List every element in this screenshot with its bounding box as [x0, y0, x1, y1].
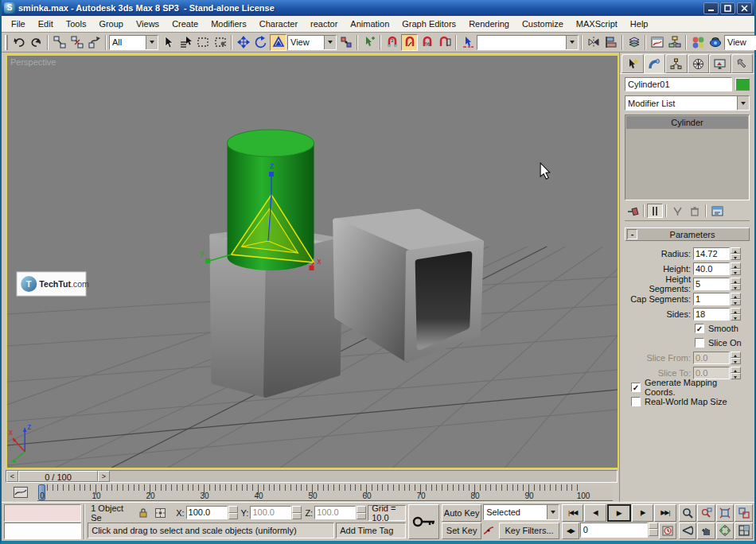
named-selection-sets-dropdown[interactable] [477, 35, 579, 50]
tab-utilities[interactable] [731, 54, 754, 73]
axis-value-y[interactable]: 100.0 [250, 506, 291, 519]
mirror-icon[interactable] [585, 34, 602, 51]
schematic-view-icon[interactable] [666, 34, 683, 51]
frame-spinner[interactable] [649, 523, 658, 536]
select-and-scale-icon[interactable] [270, 34, 286, 51]
previous-frame-arrow[interactable]: < [6, 471, 18, 482]
time-configuration-icon[interactable] [659, 523, 676, 540]
go-to-start-icon[interactable]: |◀◀ [562, 504, 584, 522]
add-time-tag[interactable]: Add Time Tag [336, 523, 406, 538]
angle-snap-icon[interactable] [401, 34, 418, 51]
previous-frame-icon[interactable]: ◀| [584, 504, 606, 522]
axis-value-z[interactable]: 100.0 [314, 506, 356, 519]
tab-create[interactable] [622, 54, 644, 73]
layer-manager-icon[interactable] [625, 34, 642, 51]
selected-keyset-dropdown[interactable]: Selected [483, 504, 559, 520]
selection-lock-icon[interactable] [138, 505, 153, 521]
param-value-field[interactable]: 18 [693, 308, 730, 321]
param-spinner[interactable] [731, 293, 741, 305]
go-to-end-icon[interactable]: ▶▶| [654, 504, 676, 522]
menu-item-maxscript[interactable]: MAXScript [570, 17, 624, 30]
edit-named-selection-sets-icon[interactable] [459, 34, 476, 51]
spinner-snap-icon[interactable] [436, 34, 453, 51]
menu-item-edit[interactable]: Edit [32, 17, 60, 30]
tube-object[interactable] [336, 212, 481, 359]
object-color-swatch[interactable] [735, 78, 750, 91]
rectangular-selection-region-icon[interactable] [194, 34, 211, 51]
minimize-button[interactable] [703, 2, 719, 14]
absolute-mode-transform-icon[interactable] [154, 505, 172, 521]
close-button[interactable] [737, 2, 752, 14]
menu-item-group[interactable]: Group [92, 17, 130, 30]
select-and-manipulate-icon[interactable] [360, 34, 377, 51]
track-bar[interactable]: 0102030405060708090100 [6, 484, 619, 502]
zoom-extents-all-icon[interactable] [735, 504, 753, 522]
param-spinner[interactable] [731, 308, 741, 321]
align-icon[interactable] [602, 34, 619, 51]
selection-filter-dropdown[interactable]: All [109, 35, 158, 50]
menu-item-help[interactable]: Help [624, 17, 655, 30]
param-spinner[interactable] [731, 262, 741, 275]
zoom-extents-icon[interactable] [716, 504, 735, 522]
menu-item-graph-editors[interactable]: Graph Editors [396, 17, 462, 30]
menu-item-modifiers[interactable]: Modifiers [205, 17, 253, 30]
mini-listener-script-row[interactable] [4, 523, 81, 540]
checkbox[interactable]: ✓ [695, 324, 704, 333]
percent-snap-icon[interactable]: % [419, 34, 435, 51]
dropdown-arrow-icon[interactable] [566, 36, 578, 49]
checkbox[interactable] [631, 397, 641, 406]
axis-spinner[interactable] [228, 506, 238, 519]
select-object-icon[interactable] [159, 34, 176, 51]
curve-editor-icon[interactable] [649, 34, 665, 51]
param-spinner[interactable] [731, 352, 741, 364]
menu-item-character[interactable]: Character [253, 17, 304, 30]
arc-rotate-icon[interactable] [716, 523, 735, 540]
set-key-button[interactable]: Set Key [442, 523, 481, 540]
mini-curve-editor-icon[interactable] [10, 485, 31, 499]
min-max-toggle-icon[interactable] [735, 523, 753, 540]
configure-modifier-sets-icon[interactable] [709, 204, 725, 218]
menu-item-rendering[interactable]: Rendering [462, 17, 516, 30]
zoom-icon[interactable] [679, 504, 697, 522]
param-spinner[interactable] [731, 247, 741, 260]
dropdown-arrow-icon[interactable] [547, 505, 559, 519]
param-value-field[interactable]: 40.0 [693, 262, 730, 275]
modifier-stack-list[interactable]: Cylinder [625, 115, 750, 200]
param-value-field[interactable]: 0.0 [693, 352, 730, 364]
maxscript-mini-listener[interactable] [4, 504, 81, 539]
render-type-dropdown[interactable]: View [724, 35, 756, 50]
menu-item-tools[interactable]: Tools [60, 17, 93, 30]
current-frame-field[interactable]: 0 [580, 523, 648, 538]
set-keys-button[interactable] [408, 504, 439, 539]
snaps-toggle-icon[interactable]: 3 [384, 34, 400, 51]
param-value-field[interactable]: 5 [693, 278, 730, 290]
menu-item-customize[interactable]: Customize [516, 17, 570, 30]
bind-to-space-warp-icon[interactable] [86, 34, 103, 51]
remove-modifier-icon[interactable] [687, 204, 703, 218]
zoom-all-icon[interactable] [697, 504, 715, 522]
viewport-label[interactable]: Perspective [10, 57, 56, 67]
unlink-selection-icon[interactable] [68, 34, 85, 51]
use-center-icon[interactable] [337, 34, 354, 51]
key-mode-toggle-icon[interactable]: ◀▶ [562, 523, 579, 540]
perspective-viewport[interactable]: z y x z x y [6, 54, 619, 469]
render-scene-icon[interactable] [707, 34, 723, 51]
mini-listener-macro-row[interactable] [4, 504, 81, 522]
field-of-view-icon[interactable] [679, 523, 697, 540]
menu-item-views[interactable]: Views [130, 17, 166, 30]
dropdown-arrow-icon[interactable] [324, 36, 336, 49]
object-name-field[interactable]: Cylinder01 [625, 77, 732, 91]
time-slider-button[interactable]: 0 / 100 [18, 471, 98, 482]
default-in-out-tangents-icon[interactable] [483, 523, 497, 538]
toolbar-grip[interactable] [5, 35, 8, 50]
make-unique-icon[interactable] [669, 204, 685, 218]
axis-spinner[interactable] [357, 506, 366, 519]
axis-value-x[interactable]: 100.0 [186, 506, 228, 519]
axis-spinner[interactable] [292, 506, 302, 519]
select-and-link-icon[interactable] [51, 34, 68, 51]
window-crossing-icon[interactable] [212, 34, 228, 51]
select-by-name-icon[interactable] [177, 34, 193, 51]
param-spinner[interactable] [731, 367, 741, 379]
tab-display[interactable] [709, 54, 731, 73]
undo-icon[interactable] [10, 34, 27, 51]
